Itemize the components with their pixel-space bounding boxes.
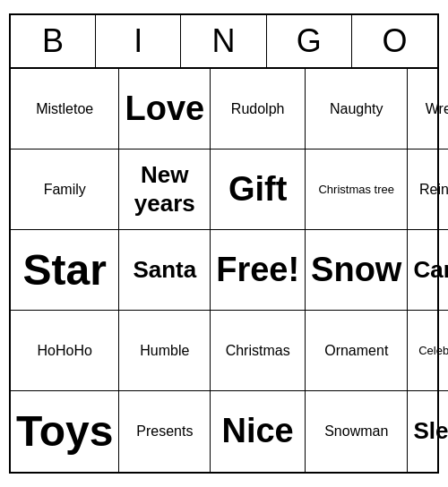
cell-text: Santa (133, 256, 196, 284)
cell-text: Sleigh (413, 417, 448, 445)
cell-text: Carrot (413, 256, 448, 284)
cell-text: Wreath (426, 100, 448, 117)
cell-text: Nice (221, 411, 293, 452)
cell-text: Toys (16, 406, 113, 457)
cell-text: Rudolph (231, 100, 285, 117)
cell-text: Christmas (226, 342, 290, 359)
cell-r2-c3: Snow (306, 230, 408, 311)
cell-r1-c1: New years (119, 150, 211, 230)
cell-r4-c4: Sleigh (408, 391, 448, 472)
cell-r4-c3: Snowman (306, 391, 408, 472)
header-letter: O (352, 15, 437, 67)
cell-r3-c3: Ornament (306, 311, 408, 391)
cell-r3-c4: Celebration (408, 311, 448, 391)
cell-text: Christmas tree (318, 183, 394, 197)
bingo-card: BINGO MistletoeLoveRudolphNaughtyWreathF… (9, 13, 439, 474)
cell-text: Free! (216, 250, 299, 291)
cell-text: Snowman (324, 423, 388, 440)
cell-r4-c1: Presents (119, 391, 211, 472)
cell-text: Naughty (330, 100, 383, 117)
cell-r1-c2: Gift (211, 150, 306, 230)
header-letter: G (267, 15, 352, 67)
cell-text: Presents (136, 423, 193, 440)
cell-r2-c2: Free! (211, 230, 306, 311)
cell-r1-c4: Reindeer (408, 150, 448, 230)
header-letter: B (11, 15, 96, 67)
cell-r2-c4: Carrot (408, 230, 448, 311)
cell-r3-c2: Christmas (211, 311, 306, 391)
cell-text: Star (23, 244, 107, 296)
cell-r1-c3: Christmas tree (306, 150, 408, 230)
cell-text: Humble (140, 342, 189, 359)
cell-r0-c2: Rudolph (211, 69, 306, 150)
cell-r0-c0: Mistletoe (11, 69, 119, 150)
cell-text: Gift (228, 169, 287, 210)
cell-r4-c0: Toys (11, 391, 119, 472)
cell-text: Celebration (418, 344, 448, 358)
cell-text: New years (125, 161, 204, 217)
cell-r3-c0: HoHoHo (11, 311, 119, 391)
cell-r2-c0: Star (11, 230, 119, 311)
cell-text: Ornament (324, 342, 388, 359)
cell-r1-c0: Family (11, 150, 119, 230)
cell-text: Family (44, 181, 86, 198)
cell-text: HoHoHo (38, 342, 92, 359)
cell-r0-c4: Wreath (408, 69, 448, 150)
bingo-header: BINGO (11, 15, 437, 69)
header-letter: N (181, 15, 266, 67)
cell-r0-c3: Naughty (306, 69, 408, 150)
cell-text: Snow (311, 250, 401, 291)
bingo-grid: MistletoeLoveRudolphNaughtyWreathFamilyN… (11, 69, 437, 472)
header-letter: I (96, 15, 181, 67)
cell-text: Reindeer (419, 181, 448, 198)
cell-r0-c1: Love (119, 69, 211, 150)
cell-r4-c2: Nice (211, 391, 306, 472)
cell-text: Love (125, 89, 204, 130)
cell-r2-c1: Santa (119, 230, 211, 311)
cell-text: Mistletoe (36, 100, 93, 117)
cell-r3-c1: Humble (119, 311, 211, 391)
